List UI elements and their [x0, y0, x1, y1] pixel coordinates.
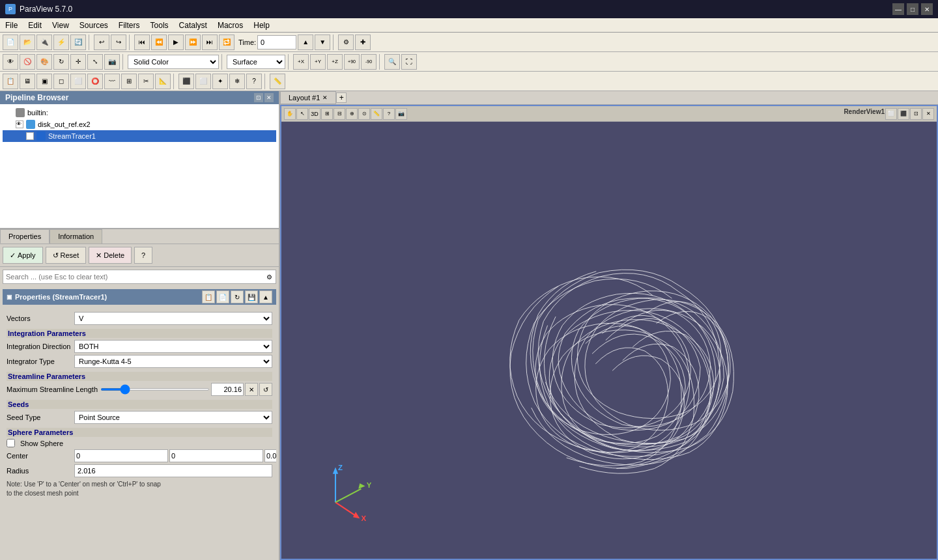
rt-zoom2-button[interactable]: ⊙: [358, 108, 370, 120]
time-spinup[interactable]: ▲: [298, 35, 313, 50]
translate-button[interactable]: ✛: [70, 54, 86, 70]
rt-interact-button[interactable]: ✋: [284, 108, 296, 120]
rv-split-h-button[interactable]: ⬛: [898, 108, 909, 120]
select-point-button[interactable]: ✦: [212, 74, 228, 89]
slice-button[interactable]: 📐: [155, 74, 171, 89]
rt-3d-button[interactable]: 3D: [309, 108, 320, 120]
center-x-input[interactable]: [74, 449, 168, 462]
color-dropdown[interactable]: Solid Color: [128, 55, 219, 69]
menu-item-help[interactable]: Help: [248, 20, 275, 31]
refresh-button[interactable]: 🔄: [70, 35, 86, 50]
copy-button[interactable]: 📋: [202, 290, 215, 303]
canvas-area[interactable]: Z X Y: [281, 122, 937, 559]
vectors-select[interactable]: V: [74, 312, 272, 325]
integrator-type-select[interactable]: Runge-Kutta 4-5: [74, 355, 272, 368]
pipeline-item-2[interactable]: 👁StreamTracer1: [3, 130, 276, 142]
viewport-tab-1[interactable]: Layout #1 ✕: [280, 91, 336, 104]
view-z-button[interactable]: +Z: [327, 54, 343, 70]
apply-button[interactable]: ✓ Apply: [3, 247, 43, 264]
menu-item-edit[interactable]: Edit: [23, 20, 47, 31]
show-all-button[interactable]: 👁: [3, 54, 18, 70]
cube3-button[interactable]: ⬜: [70, 74, 86, 89]
menu-item-macros[interactable]: Macros: [212, 20, 248, 31]
maximize-button[interactable]: □: [907, 3, 918, 15]
display-button[interactable]: 🖥: [20, 74, 35, 89]
center-z-input[interactable]: [264, 449, 276, 462]
redo-button[interactable]: ↪: [111, 35, 126, 50]
camera-button[interactable]: 📷: [104, 54, 120, 70]
scroll-up-button[interactable]: ▲: [259, 290, 272, 303]
properties-search[interactable]: ⚙: [3, 270, 276, 284]
reset-button[interactable]: ↺ Reset: [46, 247, 87, 264]
max-length-clear[interactable]: ✕: [245, 383, 258, 396]
contour-button[interactable]: 〰: [104, 74, 120, 89]
rt-query-button[interactable]: ?: [383, 108, 395, 120]
prop-tab-information[interactable]: Information: [50, 229, 102, 244]
zoom-extents-button[interactable]: ⛶: [401, 54, 417, 70]
rv-close-button[interactable]: ✕: [922, 108, 934, 120]
search-settings-icon[interactable]: ⚙: [263, 270, 276, 283]
seed-type-select[interactable]: Point Source: [74, 411, 272, 424]
settings-button[interactable]: ⚙: [338, 35, 354, 50]
query-button[interactable]: ?: [246, 74, 262, 89]
select-through-button[interactable]: ⬜: [195, 74, 211, 89]
play-end-button[interactable]: ⏭: [202, 35, 218, 50]
rv-tile-button[interactable]: ⬜: [885, 108, 897, 120]
pipeline-restore-button[interactable]: ⊡: [254, 93, 263, 102]
minimize-button[interactable]: —: [892, 3, 904, 15]
connect-button[interactable]: 🔌: [36, 35, 52, 50]
select-surface-button[interactable]: ⬛: [178, 74, 194, 89]
add-viewport-button[interactable]: +: [336, 92, 347, 103]
step-forward-button[interactable]: ⏩: [185, 35, 201, 50]
step-back-button[interactable]: ⏪: [151, 35, 167, 50]
menu-item-catalyst[interactable]: Catalyst: [174, 20, 212, 31]
max-length-slider[interactable]: [100, 388, 210, 391]
undo-button[interactable]: ↩: [94, 35, 109, 50]
paste-button[interactable]: 📄: [216, 290, 229, 303]
pipeline-close-button[interactable]: ✕: [264, 93, 274, 102]
rv-expand-button[interactable]: ⊡: [910, 108, 922, 120]
center-y-input[interactable]: [169, 449, 263, 462]
scale-button[interactable]: ⤡: [87, 54, 103, 70]
rt-ruler-button[interactable]: 📏: [371, 108, 382, 120]
pipeline-item-1[interactable]: 👁disk_out_ref.ex2: [3, 119, 276, 130]
close-button[interactable]: ✕: [921, 3, 933, 15]
new-button[interactable]: 📄: [3, 35, 18, 50]
pipeline-visibility-toggle[interactable]: 👁: [16, 120, 23, 128]
play-button[interactable]: ▶: [168, 35, 184, 50]
save-button[interactable]: 💾: [245, 290, 258, 303]
rt-select-button[interactable]: ↖: [296, 108, 308, 120]
sphere-button[interactable]: ⭕: [87, 74, 103, 89]
rt-axes-button[interactable]: ⊞: [321, 108, 333, 120]
radius-input[interactable]: [74, 464, 272, 477]
pipeline-visibility-toggle[interactable]: 👁: [26, 132, 34, 140]
ruler-button[interactable]: 📏: [270, 74, 285, 89]
rotate-button[interactable]: ↻: [53, 54, 69, 70]
repr-dropdown[interactable]: Surface: [227, 55, 285, 69]
search-input[interactable]: [3, 272, 263, 282]
help-button[interactable]: ?: [134, 247, 152, 264]
rt-screenshot-button[interactable]: 📷: [395, 108, 407, 120]
view-x-button[interactable]: +X: [293, 54, 309, 70]
threshold-button[interactable]: ⊞: [121, 74, 137, 89]
view-y-button[interactable]: +Y: [310, 54, 326, 70]
rt-zoom-button[interactable]: ⊕: [346, 108, 358, 120]
menu-item-file[interactable]: File: [0, 20, 23, 31]
menu-item-tools[interactable]: Tools: [145, 20, 174, 31]
menu-item-sources[interactable]: Sources: [74, 20, 113, 31]
open-button[interactable]: 📂: [20, 35, 35, 50]
rotate-neg-x-button[interactable]: -90: [361, 54, 377, 70]
rotate-x-button[interactable]: +90: [344, 54, 360, 70]
pipeline-item-0[interactable]: builtin:: [3, 107, 276, 119]
menu-item-view[interactable]: View: [47, 20, 74, 31]
max-length-reset[interactable]: ↺: [259, 383, 272, 396]
play-back-button[interactable]: ⏮: [134, 35, 150, 50]
time-spindown[interactable]: ▼: [315, 35, 330, 50]
change-color-button[interactable]: 🎨: [36, 54, 52, 70]
quicklaunch-button[interactable]: ✚: [355, 35, 371, 50]
cube-button[interactable]: ▣: [36, 74, 52, 89]
prop-tab-properties[interactable]: Properties: [0, 229, 50, 244]
show-sphere-checkbox[interactable]: [7, 439, 15, 447]
rt-orient-button[interactable]: ⊟: [334, 108, 345, 120]
max-length-value[interactable]: [211, 383, 244, 396]
